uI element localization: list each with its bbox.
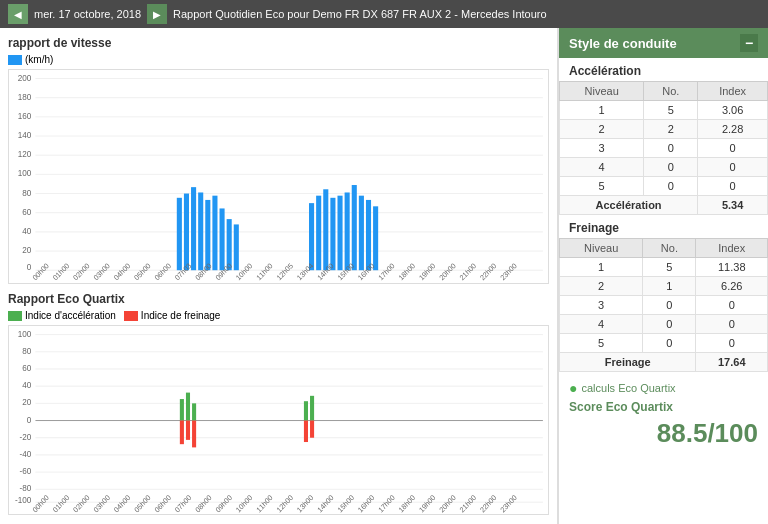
svg-rect-93 <box>304 401 308 420</box>
svg-rect-36 <box>345 192 350 270</box>
svg-text:08h00: 08h00 <box>193 261 213 282</box>
svg-rect-33 <box>323 189 328 270</box>
svg-rect-89 <box>192 403 196 420</box>
left-panel: rapport de vitesse (km/h) 200 180 160 14… <box>0 28 558 524</box>
svg-text:160: 160 <box>18 111 32 121</box>
svg-text:05h00: 05h00 <box>132 261 152 282</box>
svg-text:05h00: 05h00 <box>132 493 152 514</box>
svg-text:20: 20 <box>22 397 31 407</box>
accel-col-index: Index <box>698 82 768 101</box>
svg-rect-27 <box>212 196 217 271</box>
brake-legend-label: Indice de freinage <box>141 310 221 321</box>
svg-text:40: 40 <box>22 226 31 236</box>
table-row: 222.28 <box>560 120 768 139</box>
svg-rect-91 <box>186 421 190 440</box>
svg-text:19h00: 19h00 <box>417 261 437 282</box>
svg-text:21h00: 21h00 <box>458 261 478 282</box>
svg-rect-26 <box>205 200 210 270</box>
brake-col-niveau: Niveau <box>560 239 643 258</box>
svg-rect-24 <box>191 187 196 270</box>
svg-text:0: 0 <box>27 414 32 424</box>
svg-text:06h00: 06h00 <box>153 261 173 282</box>
svg-text:12h00: 12h00 <box>275 493 295 514</box>
svg-text:21h00: 21h00 <box>458 493 478 514</box>
speed-legend-label: (km/h) <box>25 54 53 65</box>
svg-text:02h00: 02h00 <box>71 493 91 514</box>
svg-text:19h00: 19h00 <box>417 493 437 514</box>
report-title: Rapport Quotidien Eco pour Demo FR DX 68… <box>173 8 760 20</box>
svg-text:80: 80 <box>22 187 31 197</box>
svg-text:200: 200 <box>18 72 32 82</box>
speed-chart-title: rapport de vitesse <box>8 36 549 50</box>
svg-text:20: 20 <box>22 245 31 255</box>
svg-rect-34 <box>330 198 335 270</box>
svg-text:-60: -60 <box>20 466 32 476</box>
svg-rect-92 <box>192 421 196 448</box>
accel-total-row: Accélération5.34 <box>560 196 768 215</box>
svg-text:140: 140 <box>18 130 32 140</box>
eco-chart-title: Rapport Eco Quartix <box>8 292 549 306</box>
table-row: 400 <box>560 315 768 334</box>
top-bar: ◀ mer. 17 octobre, 2018 ▶ Rapport Quotid… <box>0 0 768 28</box>
accel-legend-label: Indice d'accélération <box>25 310 116 321</box>
svg-text:23h00: 23h00 <box>498 493 518 514</box>
collapse-button[interactable]: − <box>740 34 758 52</box>
svg-rect-32 <box>316 196 321 271</box>
svg-text:23h00: 23h00 <box>498 261 518 282</box>
svg-text:01h00: 01h00 <box>51 261 71 282</box>
table-row: 216.26 <box>560 277 768 296</box>
accel-legend-box <box>8 311 22 321</box>
acceleration-section-title: Accélération <box>559 58 768 81</box>
svg-text:0: 0 <box>27 262 32 272</box>
svg-text:22h00: 22h00 <box>478 493 498 514</box>
svg-text:60: 60 <box>22 363 31 373</box>
table-row: 300 <box>560 139 768 158</box>
score-eco-quartix-label: Score Eco Quartix <box>569 400 758 414</box>
next-button[interactable]: ▶ <box>147 4 167 24</box>
svg-rect-22 <box>177 198 182 270</box>
brake-col-index: Index <box>696 239 768 258</box>
prev-button[interactable]: ◀ <box>8 4 28 24</box>
svg-text:00h00: 00h00 <box>31 261 51 282</box>
svg-text:10h00: 10h00 <box>234 493 254 514</box>
svg-text:08h00: 08h00 <box>193 493 213 514</box>
table-row: 500 <box>560 334 768 353</box>
speed-legend-box <box>8 55 22 65</box>
date-label: mer. 17 octobre, 2018 <box>34 8 141 20</box>
table-row: 153.06 <box>560 101 768 120</box>
svg-text:180: 180 <box>18 92 32 102</box>
svg-text:16h00: 16h00 <box>356 493 376 514</box>
accel-col-no: No. <box>644 82 698 101</box>
right-panel-header: Style de conduite − <box>559 28 768 58</box>
svg-text:09h00: 09h00 <box>214 493 234 514</box>
svg-rect-28 <box>220 208 225 270</box>
svg-text:15h00: 15h00 <box>336 493 356 514</box>
svg-rect-40 <box>373 206 378 270</box>
svg-text:120: 120 <box>18 149 32 159</box>
svg-rect-96 <box>310 421 314 438</box>
svg-text:-100: -100 <box>15 495 32 505</box>
svg-text:02h00: 02h00 <box>71 261 91 282</box>
svg-text:17h00: 17h00 <box>376 261 396 282</box>
svg-text:12h05: 12h05 <box>275 261 295 282</box>
eco-calc-link[interactable]: ● calculs Eco Quartix <box>569 380 758 396</box>
svg-rect-23 <box>184 194 189 271</box>
svg-text:04h00: 04h00 <box>112 261 132 282</box>
svg-rect-90 <box>180 421 184 445</box>
svg-text:03h00: 03h00 <box>92 261 112 282</box>
table-row: 1511.38 <box>560 258 768 277</box>
svg-text:60: 60 <box>22 207 31 217</box>
svg-text:00h00: 00h00 <box>31 493 51 514</box>
accel-col-niveau: Niveau <box>560 82 644 101</box>
svg-rect-95 <box>304 421 308 442</box>
svg-rect-88 <box>186 393 190 421</box>
svg-text:18h00: 18h00 <box>397 493 417 514</box>
svg-rect-94 <box>310 396 314 421</box>
svg-text:-80: -80 <box>20 483 32 493</box>
brake-col-no: No. <box>643 239 696 258</box>
svg-text:-20: -20 <box>20 432 32 442</box>
braking-table: Niveau No. Index 1511.38216.26300400500F… <box>559 238 768 372</box>
svg-rect-25 <box>198 192 203 270</box>
svg-text:20h00: 20h00 <box>437 493 457 514</box>
acceleration-table: Niveau No. Index 153.06222.28300400500Ac… <box>559 81 768 215</box>
